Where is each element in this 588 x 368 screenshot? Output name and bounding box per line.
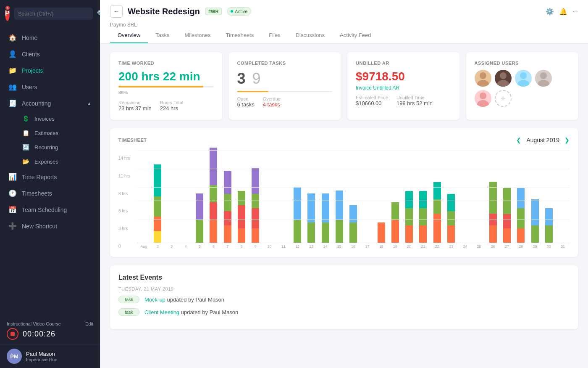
sidebar-item-team-scheduling[interactable]: 📅 Team Scheduling xyxy=(0,201,100,218)
sidebar-item-clients[interactable]: 👤 Clients xyxy=(0,46,100,62)
content-area: TIME WORKED 200 hrs 22 min 89% Remaining… xyxy=(100,44,588,368)
bar-label: 3 xyxy=(165,244,178,249)
search-input[interactable] xyxy=(14,8,93,20)
time-progress-bar xyxy=(118,86,214,87)
sidebar-item-accounting[interactable]: 🧾 Accounting ▲ xyxy=(0,95,100,111)
tab-activity-feed[interactable]: Activity Feed xyxy=(332,28,378,43)
sidebar-item-timesheets[interactable]: 🕐 Timesheets xyxy=(0,185,100,201)
sidebar-item-projects[interactable]: 📁 Projects xyxy=(0,62,100,79)
y-label-6: 6 hrs xyxy=(118,209,134,213)
sidebar-item-home[interactable]: 🏠 Home xyxy=(0,29,100,46)
bar-label: 15 xyxy=(333,244,346,249)
bar-label: 30 xyxy=(542,244,556,249)
clients-icon: 👤 xyxy=(8,50,17,58)
timer-display: 00:00:26 xyxy=(23,330,55,339)
projects-icon: 📁 xyxy=(8,66,17,74)
bar-group xyxy=(277,150,290,243)
sidebar-item-time-reports[interactable]: 📊 Time Reports xyxy=(0,169,100,185)
bar-label: 31 xyxy=(556,244,570,249)
bar-group xyxy=(542,150,556,243)
events-date: TUESDAY, 21 MAY 2019 xyxy=(118,286,570,291)
invoice-action-button[interactable]: Invoice Unbilled AR xyxy=(356,85,451,91)
tab-files[interactable]: Files xyxy=(261,28,288,43)
avatar-5 xyxy=(475,90,491,107)
assigned-users-label: ASSIGNED USERS xyxy=(475,61,570,66)
chart-body: Aug2345678910111213141516171819202122232… xyxy=(137,150,570,249)
bar-label: 17 xyxy=(360,244,374,249)
time-worked-label: TIME WORKED xyxy=(118,61,214,66)
bar-group xyxy=(486,150,500,243)
completed-tasks-label: COMPLETED TASKS xyxy=(237,61,333,66)
sidebar-item-label: Home xyxy=(22,34,92,41)
bar-group xyxy=(235,150,248,243)
sidebar-item-invoices[interactable]: 💲 Invoices xyxy=(0,111,100,126)
more-icon[interactable]: ··· xyxy=(572,8,578,15)
remaining-label: Remaining xyxy=(118,100,152,105)
open-value: 6 tasks xyxy=(237,101,255,108)
sidebar-item-users[interactable]: 👥 Users xyxy=(0,79,100,95)
add-user-button[interactable]: + xyxy=(495,90,512,107)
svg-point-2 xyxy=(500,72,507,79)
timer-edit-button[interactable]: Edit xyxy=(85,321,93,326)
app-logo[interactable]: P 9 xyxy=(5,6,10,21)
chart-prev-button[interactable]: ❮ xyxy=(516,137,521,143)
time-percent: 89% xyxy=(118,90,214,95)
bar-group xyxy=(444,150,458,243)
status-badge: Active xyxy=(227,7,251,16)
tab-timesheets[interactable]: Timesheets xyxy=(218,28,262,43)
sidebar-item-label: Accounting xyxy=(22,100,82,107)
back-button[interactable]: ← xyxy=(110,5,123,18)
bar-label: Aug xyxy=(137,244,150,249)
unbilled-ar-value: $9718.50 xyxy=(356,70,451,83)
subitem-label: Invoices xyxy=(34,116,55,122)
timer-stop-button[interactable] xyxy=(7,328,18,340)
bar-label: 24 xyxy=(458,244,472,249)
subitem-label: Expenses xyxy=(34,159,58,165)
chart-title: TIMESHEET xyxy=(118,138,147,143)
sidebar-item-label: Timesheets xyxy=(22,190,92,197)
sidebar-item-recurring[interactable]: 🔄 Recurring xyxy=(0,140,100,154)
bar-label: 25 xyxy=(472,244,486,249)
bar-label: 20 xyxy=(402,244,416,249)
bar-group xyxy=(137,150,150,243)
event-link-2[interactable]: Client Meeting xyxy=(144,309,179,315)
main-content: ← Website Redesign #WR Active ⚙️ 🔔 ··· P… xyxy=(100,0,588,368)
tasks-progress-bar xyxy=(237,91,333,92)
team-scheduling-icon: 📅 xyxy=(8,206,17,214)
timesheets-icon: 🕐 xyxy=(8,189,17,197)
subitem-label: Estimates xyxy=(34,130,58,136)
home-icon: 🏠 xyxy=(8,34,17,42)
bar-group xyxy=(165,150,178,243)
bar-group xyxy=(207,150,220,243)
timesheet-chart: TIMESHEET ❮ August 2019 ❯ 14 hrs 11 hrs … xyxy=(110,128,578,257)
event-link-1[interactable]: Mock-up xyxy=(144,297,165,303)
bar-label: 19 xyxy=(388,244,402,249)
tab-discussions[interactable]: Discussions xyxy=(288,28,332,43)
tab-tasks[interactable]: Tasks xyxy=(148,28,177,43)
bar-group xyxy=(500,150,514,243)
tab-milestones[interactable]: Milestones xyxy=(177,28,218,43)
chart-next-button[interactable]: ❯ xyxy=(564,137,570,143)
sidebar-item-label: Clients xyxy=(22,51,92,58)
sidebar-item-new-shortcut[interactable]: ➕ New Shortcut xyxy=(0,218,100,234)
bar-label: 28 xyxy=(514,244,528,249)
tab-overview[interactable]: Overview xyxy=(110,28,148,43)
bar-group xyxy=(221,150,234,243)
sidebar-item-expenses[interactable]: 📂 Expenses xyxy=(0,154,100,169)
estimated-price-label: Estimated Price xyxy=(356,95,388,100)
invoices-icon: 💲 xyxy=(22,115,29,122)
status-label: Active xyxy=(235,9,247,14)
y-label-0: 0 xyxy=(118,244,134,249)
notifications-icon[interactable]: 🔔 xyxy=(559,8,567,16)
avatar-3 xyxy=(515,70,532,87)
bar-label: 22 xyxy=(430,244,444,249)
project-code-badge: #WR xyxy=(205,8,222,15)
user-subtitle: Imperative Run xyxy=(26,357,58,362)
tab-bar: Overview Tasks Milestones Timesheets Fil… xyxy=(110,28,578,43)
settings-icon[interactable]: ⚙️ xyxy=(546,8,554,16)
sidebar-item-estimates[interactable]: 📋 Estimates xyxy=(0,126,100,140)
svg-point-8 xyxy=(480,93,486,99)
svg-point-3 xyxy=(497,80,509,87)
subitem-label: Recurring xyxy=(34,144,58,151)
chevron-up-icon: ▲ xyxy=(87,101,92,106)
